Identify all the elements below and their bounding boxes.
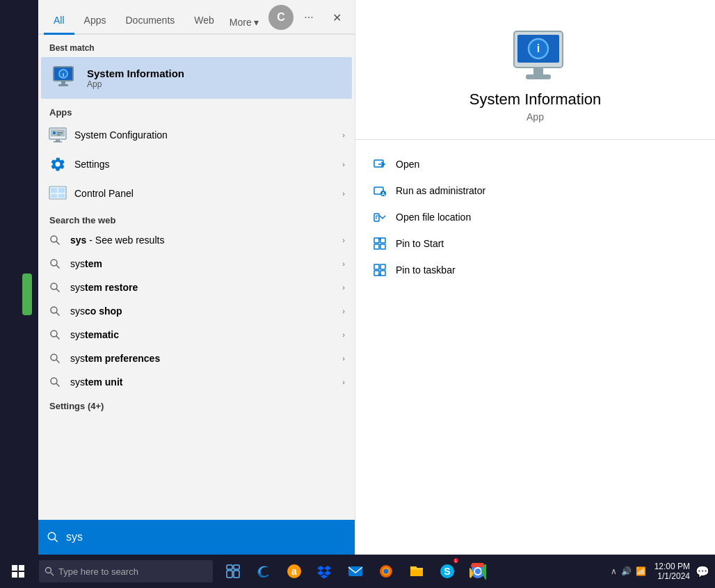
taskbar-search[interactable]: Type here to search (39, 560, 213, 582)
web-text-1: system (70, 258, 342, 269)
list-item-control-panel[interactable]: Control Panel › (38, 179, 355, 208)
svg-rect-56 (12, 565, 17, 571)
edge-icon[interactable] (249, 555, 278, 588)
open-icon (372, 157, 387, 172)
controlpanel-label: Control Panel (74, 188, 342, 199)
best-match-title: System Information (87, 67, 184, 79)
best-match-text: System Information App (87, 67, 184, 89)
search-icon-3 (48, 304, 62, 318)
taskview-icon[interactable] (218, 555, 248, 588)
system-tray[interactable]: ∧ 🔊 📶 (611, 566, 646, 576)
web-item-system-restore[interactable]: system restore › (38, 276, 355, 299)
tab-documents[interactable]: Documents (115, 8, 184, 35)
svg-rect-53 (380, 264, 385, 269)
sysinfo-list-icon: i (51, 64, 79, 92)
best-match-subtitle: App (87, 79, 184, 89)
dropbox-icon[interactable] (310, 555, 339, 588)
svg-point-17 (51, 236, 57, 242)
tab-web[interactable]: Web (184, 8, 224, 35)
web-chevron-0: › (342, 236, 345, 244)
search-icon-6 (48, 375, 62, 389)
notification-button[interactable]: 💬 (696, 565, 709, 578)
action-runas-label: Run as administrator (396, 185, 485, 196)
svg-rect-4 (58, 84, 68, 86)
search-input[interactable] (66, 531, 346, 543)
svg-point-60 (46, 568, 51, 573)
apps-section-label: Apps (38, 99, 355, 120)
action-pin-to-taskbar[interactable]: Pin to taskbar (372, 257, 698, 283)
store-icon[interactable]: a (280, 555, 309, 588)
action-run-as-admin[interactable]: A Run as administrator (372, 177, 698, 204)
web-chevron-4: › (342, 331, 345, 339)
svg-point-29 (51, 378, 57, 384)
svg-rect-65 (234, 571, 239, 578)
clock[interactable]: 12:00 PM 1/1/2024 (654, 562, 690, 581)
svg-line-26 (56, 336, 60, 340)
more-button[interactable]: ··· (296, 5, 321, 30)
svg-text:a: a (291, 566, 297, 577)
action-filelocation-label: Open file location (396, 212, 471, 223)
svg-line-24 (56, 312, 60, 316)
svg-rect-7 (56, 139, 60, 141)
settings-label: Settings (74, 159, 342, 170)
green-side-button[interactable] (22, 273, 32, 315)
search-icon-5 (48, 351, 62, 365)
action-pintaskbar-label: Pin to taskbar (396, 264, 456, 276)
web-text-6: system unit (70, 376, 342, 388)
user-avatar[interactable]: C (268, 5, 294, 30)
app-preview-icon: i (511, 28, 561, 78)
svg-rect-49 (374, 244, 379, 249)
settings-chevron: › (342, 160, 345, 168)
web-item-sys[interactable]: sys - See web results › (38, 228, 355, 252)
chrome-icon[interactable] (463, 555, 492, 588)
svg-text:S: S (444, 566, 450, 577)
close-button[interactable]: ✕ (324, 5, 349, 30)
search-icon-1 (48, 257, 62, 271)
svg-rect-59 (19, 572, 24, 578)
web-chevron-6: › (342, 378, 345, 386)
svg-rect-37 (533, 67, 543, 74)
web-item-systematic[interactable]: systematic › (38, 323, 355, 347)
controlpanel-icon (48, 184, 67, 203)
web-text-0: sys - See web results (70, 235, 342, 246)
action-pin-to-start[interactable]: Pin to Start (372, 230, 698, 257)
web-item-system-preferences[interactable]: system preferences › (38, 347, 355, 370)
web-chevron-3: › (342, 307, 345, 315)
web-chevron-2: › (342, 283, 345, 292)
action-open-label: Open (396, 159, 419, 170)
list-item-system-configuration[interactable]: System Configuration › (38, 120, 355, 150)
firefox-icon[interactable] (371, 555, 401, 588)
search-input-bar[interactable] (38, 520, 355, 555)
web-item-system[interactable]: system › (38, 252, 355, 276)
action-pinstart-label: Pin to Start (396, 238, 444, 249)
svg-point-31 (48, 532, 56, 540)
svg-rect-8 (54, 141, 62, 143)
web-chevron-5: › (342, 354, 345, 363)
tab-apps[interactable]: Apps (74, 8, 116, 35)
pinstart-icon (372, 236, 387, 251)
search-panel: C ··· ✕ All Apps Documents Web More ▾ Be… (38, 0, 355, 555)
web-text-4: systematic (70, 329, 342, 340)
file-explorer-icon[interactable] (402, 555, 431, 588)
svg-rect-63 (234, 565, 239, 569)
action-open[interactable]: Open (372, 151, 698, 177)
best-match-label: Best match (38, 35, 355, 57)
web-item-sysco-shop[interactable]: sysco shop › (38, 299, 355, 323)
svg-rect-11 (57, 134, 61, 136)
action-open-file-location[interactable]: Open file location (372, 204, 698, 230)
taskbar-search-text: Type here to search (58, 566, 138, 577)
svg-point-21 (51, 283, 57, 289)
svg-rect-64 (227, 571, 232, 578)
web-item-system-unit[interactable]: system unit › (38, 370, 355, 394)
taskbar: Type here to search a (0, 555, 715, 588)
right-panel: i System Information App Open (355, 0, 715, 555)
svg-text:A: A (381, 191, 385, 196)
start-button[interactable] (0, 555, 36, 588)
web-text-2: system restore (70, 282, 342, 293)
list-item-settings[interactable]: Settings › (38, 150, 355, 179)
tab-more[interactable]: More ▾ (224, 10, 264, 35)
mail-icon[interactable] (341, 555, 370, 588)
best-match-item[interactable]: i System Information App (41, 57, 352, 99)
skype-icon[interactable]: S 1 (433, 555, 462, 588)
tab-all[interactable]: All (44, 8, 74, 35)
